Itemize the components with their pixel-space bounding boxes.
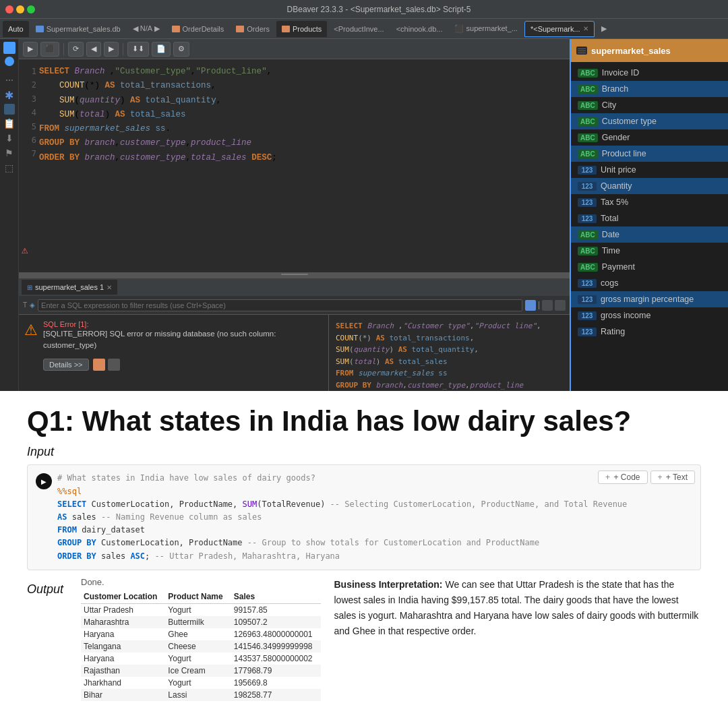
type-badge-abc: ABC bbox=[578, 117, 598, 126]
toolbar-btn-4[interactable]: ▶ bbox=[104, 42, 119, 57]
cell-code: # What states in India have low sales of… bbox=[57, 472, 692, 562]
cell-content: ▶ # What states in India have low sales … bbox=[36, 472, 692, 562]
filter-input[interactable] bbox=[38, 299, 522, 311]
sidebar-icon-7[interactable]: ⬚ bbox=[3, 162, 16, 174]
filter-settings-icon[interactable] bbox=[542, 300, 553, 311]
cell-orderby-comment: -- Uttar Pradesh, Maharashtra, Haryana bbox=[155, 551, 340, 561]
tab-supermarket-db[interactable]: Supermarket_sales.db bbox=[30, 21, 126, 37]
add-text-btn[interactable]: + + Text bbox=[650, 471, 696, 484]
column-unit-price[interactable]: 123 Unit price bbox=[571, 162, 728, 178]
business-interpretation: Business Interpretation: We can see that… bbox=[334, 577, 702, 639]
column-customer-type[interactable]: ABC Customer type bbox=[571, 113, 728, 129]
table-cell: 109507.2 bbox=[231, 616, 321, 628]
sql-editor[interactable]: 1234567 SELECT Branch ,"Customer_type","… bbox=[19, 59, 570, 272]
table-cell: Buttermilk bbox=[165, 616, 231, 628]
table-cell: 177968.79 bbox=[231, 665, 321, 677]
done-label: Done. bbox=[81, 577, 321, 587]
table-row: BiharLassi198258.77 bbox=[81, 689, 321, 701]
tab-supermarket-active[interactable]: *<Supermark... ✕ bbox=[524, 21, 595, 37]
run-btn[interactable]: ▶ bbox=[23, 42, 38, 57]
close-window-btn[interactable] bbox=[5, 5, 13, 13]
maximize-window-btn[interactable] bbox=[27, 5, 35, 13]
filter-icons: | bbox=[525, 300, 566, 311]
toolbar-btn-7[interactable]: ⚙ bbox=[173, 42, 189, 57]
tab-label: Supermarket_sales.db bbox=[47, 25, 121, 33]
column-payment[interactable]: ABC Payment bbox=[571, 259, 728, 275]
minimize-window-btn[interactable] bbox=[16, 5, 24, 13]
window-controls[interactable] bbox=[5, 5, 35, 13]
table-cell: Uttar Pradesh bbox=[81, 603, 165, 616]
sidebar-icon-5[interactable]: ⬇ bbox=[3, 132, 16, 144]
column-gross-margin[interactable]: 123 gross margin percentage bbox=[571, 291, 728, 307]
tab-orderdetails[interactable]: OrderDetails bbox=[166, 21, 230, 37]
toolbar-btn-6[interactable]: 📄 bbox=[152, 42, 171, 57]
column-product-line[interactable]: ABC Product line bbox=[571, 146, 728, 162]
warning-action-icon[interactable] bbox=[93, 359, 105, 371]
tab-productinve[interactable]: <ProductInve... bbox=[328, 21, 389, 37]
column-gender[interactable]: ABC Gender bbox=[571, 129, 728, 146]
tab-label: <chinook.db... bbox=[396, 25, 443, 33]
filter-refresh-icon[interactable] bbox=[555, 300, 566, 311]
tab-nav[interactable]: ◀ N/A ▶ bbox=[127, 21, 165, 37]
filter-run-icon[interactable] bbox=[525, 300, 536, 311]
sidebar-icon-1[interactable]: ⋯ bbox=[3, 74, 16, 86]
output-section: Output Done. Customer Location Product N… bbox=[27, 577, 701, 701]
toolbar-btn-2[interactable]: ⟳ bbox=[68, 42, 84, 57]
sidebar-explorer-icon[interactable] bbox=[3, 42, 16, 54]
sidebar-icon-6[interactable]: ⚑ bbox=[3, 147, 16, 159]
toolbar-btn-3[interactable]: ◀ bbox=[86, 42, 101, 57]
column-date[interactable]: ABC Date bbox=[571, 226, 728, 243]
add-code-btn[interactable]: + + Code bbox=[598, 471, 647, 484]
details-button[interactable]: Details >> bbox=[43, 359, 89, 371]
table-cell: 195669.8 bbox=[231, 677, 321, 689]
sidebar-icon-4[interactable]: 📋 bbox=[3, 117, 16, 129]
table-cell: 99157.85 bbox=[231, 603, 321, 616]
error-panel: ⚠ SQL Error [1]: [SQLITE_ERROR] SQL erro… bbox=[19, 315, 329, 391]
cell-comment: # What states in India have low sales of… bbox=[57, 473, 315, 483]
tab-orders[interactable]: Orders bbox=[231, 21, 275, 37]
right-panel: supermarket_sales ABC Invoice ID ABC Bra… bbox=[570, 39, 728, 391]
info-action-icon[interactable] bbox=[108, 359, 120, 371]
sidebar-nav-icon[interactable] bbox=[5, 57, 14, 66]
tab-auto[interactable]: Auto bbox=[3, 21, 29, 37]
table-cell: Ghee bbox=[165, 628, 231, 640]
column-gross-income[interactable]: 123 gross income bbox=[571, 307, 728, 324]
column-time[interactable]: ABC Time bbox=[571, 243, 728, 259]
result-tab-close-icon[interactable]: ✕ bbox=[107, 284, 112, 291]
cell-groupby-comment: -- Group to show totals for CustomerLoca… bbox=[247, 538, 539, 547]
column-total[interactable]: 123 Total bbox=[571, 210, 728, 226]
stop-btn[interactable]: ⬛ bbox=[40, 42, 59, 57]
column-cogs[interactable]: 123 cogs bbox=[571, 275, 728, 291]
tab-label: OrderDetails bbox=[183, 25, 224, 33]
filter-pipe-icon[interactable]: | bbox=[538, 300, 540, 311]
sidebar-icon-3[interactable] bbox=[4, 104, 15, 115]
tab-label: <ProductInve... bbox=[334, 25, 384, 33]
column-tax[interactable]: 123 Tax 5% bbox=[571, 194, 728, 210]
error-message-block: SQL Error [1]: [SQLITE_ERROR] SQL error … bbox=[43, 320, 323, 386]
table-cell: Haryana bbox=[81, 628, 165, 640]
table-row: MaharashtraButtermilk109507.2 bbox=[81, 616, 321, 628]
column-city[interactable]: ABC City bbox=[571, 97, 728, 113]
col-header-product: Product Name bbox=[165, 590, 231, 604]
tab-label: ◀ N/A ▶ bbox=[133, 24, 160, 33]
main-content: ▶ ⬛ ⟳ ◀ ▶ ⬇⬇ 📄 ⚙ 1234567 SELECT Branch ,… bbox=[19, 39, 570, 391]
column-branch[interactable]: ABC Branch bbox=[571, 81, 728, 97]
table-cell: 141546.34999999998 bbox=[231, 640, 321, 653]
cell-kw-groupby: GROUP BY bbox=[57, 538, 96, 547]
output-label: Output bbox=[27, 582, 67, 597]
result-tab-supermarket[interactable]: ⊞ supermarket_sales 1 ✕ bbox=[22, 280, 117, 295]
tab-supermarket2[interactable]: ⬛ supermarket_... bbox=[449, 21, 522, 37]
run-cell-btn[interactable]: ▶ bbox=[36, 473, 52, 489]
sidebar-icon-2[interactable]: ✱ bbox=[3, 89, 16, 101]
column-quantity[interactable]: 123 Quantity bbox=[571, 178, 728, 194]
tab-products[interactable]: Products bbox=[276, 21, 327, 37]
column-name: Product line bbox=[602, 149, 646, 158]
warning-icon: ⚠ bbox=[24, 322, 38, 386]
toolbar-btn-5[interactable]: ⬇⬇ bbox=[127, 42, 149, 57]
tab-close-icon[interactable]: ✕ bbox=[583, 25, 588, 32]
column-invoice-id[interactable]: ABC Invoice ID bbox=[571, 65, 728, 81]
tab-overflow[interactable]: ▶ bbox=[596, 21, 612, 37]
column-rating[interactable]: 123 Rating bbox=[571, 324, 728, 340]
table-row: HaryanaGhee126963.48000000001 bbox=[81, 628, 321, 640]
tab-chinook[interactable]: <chinook.db... bbox=[391, 21, 448, 37]
